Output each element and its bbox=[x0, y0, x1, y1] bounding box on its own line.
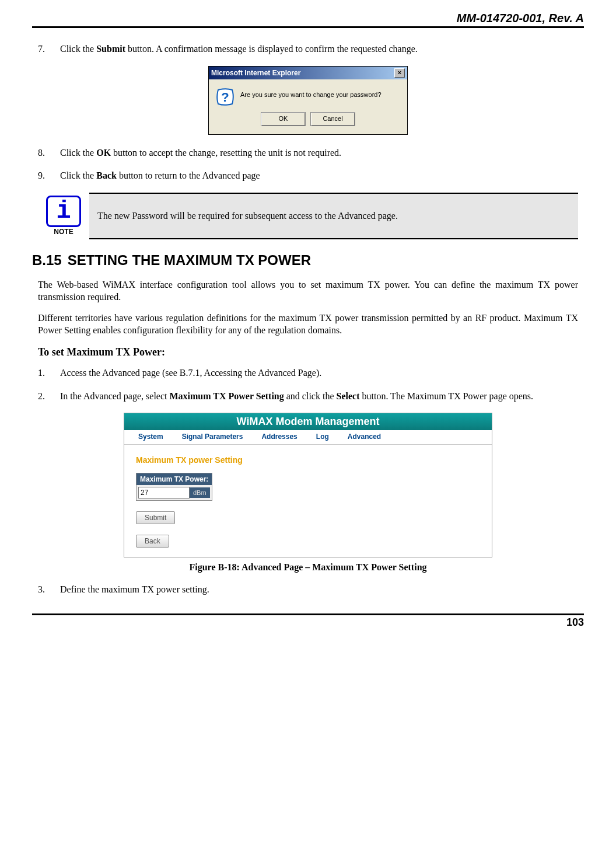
step-7: 7. Click the Submit button. A confirmati… bbox=[38, 43, 578, 55]
ok-button[interactable]: OK bbox=[261, 112, 306, 126]
unit-label: dBm bbox=[190, 487, 210, 498]
app-title: WiMAX Modem Management bbox=[124, 413, 492, 430]
dialog-title: Microsoft Internet Explorer bbox=[211, 69, 300, 77]
step-list-a: 7. Click the Submit button. A confirmati… bbox=[38, 43, 578, 55]
step-b2: 2. In the Advanced page, select Maximum … bbox=[38, 390, 578, 403]
step-b1: 1. Access the Advanced page (see B.7.1, … bbox=[38, 367, 578, 379]
step-num: 9. bbox=[38, 169, 60, 182]
paragraph: The Web-based WiMAX interface configurat… bbox=[38, 279, 578, 304]
step-list-a2: 8. Click the OK button to accept the cha… bbox=[38, 147, 578, 182]
info-icon: i bbox=[46, 196, 81, 227]
step-text: Access the Advanced page (see B.7.1, Acc… bbox=[60, 367, 578, 379]
sub-heading: To set Maximum TX Power: bbox=[38, 346, 578, 358]
step-text: Define the maximum TX power setting. bbox=[60, 583, 578, 596]
tx-power-input[interactable] bbox=[138, 487, 190, 499]
nav-signal-parameters[interactable]: Signal Parameters bbox=[182, 433, 243, 441]
close-icon[interactable]: × bbox=[394, 68, 405, 78]
step-num: 1. bbox=[38, 367, 60, 379]
dialog-message: Are you sure you want to change your pas… bbox=[240, 88, 382, 98]
question-icon: ? bbox=[216, 88, 235, 106]
section-title: SETTING THE MAXIMUM TX POWER bbox=[68, 252, 311, 269]
cancel-button[interactable]: Cancel bbox=[310, 112, 355, 126]
wimax-screenshot: WiMAX Modem Management System Signal Par… bbox=[124, 413, 492, 557]
nav-advanced[interactable]: Advanced bbox=[348, 433, 381, 441]
step-9: 9. Click the Back button to return to th… bbox=[38, 169, 578, 182]
field-box: Maximum TX Power: dBm bbox=[136, 473, 212, 501]
step-8: 8. Click the OK button to accept the cha… bbox=[38, 147, 578, 159]
submit-button[interactable]: Submit bbox=[136, 511, 175, 524]
step-b3: 3. Define the maximum TX power setting. bbox=[38, 583, 578, 596]
page-header: MM-014720-001, Rev. A bbox=[32, 12, 584, 28]
section-number: B.15 bbox=[32, 252, 62, 269]
nav-log[interactable]: Log bbox=[316, 433, 329, 441]
section-heading: B.15 SETTING THE MAXIMUM TX POWER bbox=[32, 252, 584, 269]
confirm-dialog-figure: Microsoft Internet Explorer × ? Are you … bbox=[38, 66, 578, 135]
step-text: Click the Submit button. A confirmation … bbox=[60, 43, 578, 55]
step-num: 7. bbox=[38, 43, 60, 55]
note-text: The new Password will be required for su… bbox=[89, 193, 578, 239]
step-num: 2. bbox=[38, 390, 60, 403]
paragraph: Different territories have various regul… bbox=[38, 312, 578, 337]
step-text: In the Advanced page, select Maximum TX … bbox=[60, 390, 578, 403]
page-number: 103 bbox=[566, 616, 584, 628]
step-num: 8. bbox=[38, 147, 60, 159]
page-heading: Maximum TX power Setting bbox=[136, 455, 480, 465]
step-text: Click the Back button to return to the A… bbox=[60, 169, 578, 182]
note-box: i NOTE The new Password will be required… bbox=[38, 193, 578, 239]
step-list-b: 1. Access the Advanced page (see B.7.1, … bbox=[38, 367, 578, 402]
screenshot-figure: WiMAX Modem Management System Signal Par… bbox=[38, 413, 578, 557]
svg-text:?: ? bbox=[221, 90, 229, 104]
doc-id: MM-014720-001, Rev. A bbox=[457, 12, 584, 25]
confirm-dialog: Microsoft Internet Explorer × ? Are you … bbox=[208, 66, 408, 135]
step-list-b2: 3. Define the maximum TX power setting. bbox=[38, 583, 578, 596]
step-num: 3. bbox=[38, 583, 60, 596]
back-button[interactable]: Back bbox=[136, 535, 169, 548]
dialog-titlebar: Microsoft Internet Explorer × bbox=[209, 67, 407, 79]
nav-system[interactable]: System bbox=[138, 433, 163, 441]
field-label: Maximum TX Power: bbox=[136, 473, 212, 485]
nav-bar: System Signal Parameters Addresses Log A… bbox=[124, 430, 492, 445]
note-label: NOTE bbox=[46, 228, 81, 236]
nav-addresses[interactable]: Addresses bbox=[261, 433, 297, 441]
page-footer: 103 bbox=[32, 613, 584, 629]
figure-caption: Figure B-18: Advanced Page – Maximum TX … bbox=[38, 562, 578, 573]
step-text: Click the OK button to accept the change… bbox=[60, 147, 578, 159]
